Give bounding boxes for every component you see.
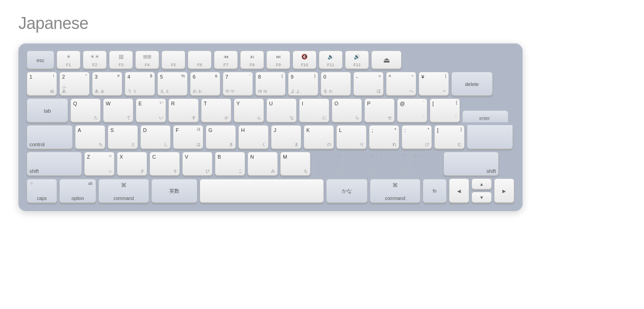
key-v[interactable]: V ひ <box>182 152 213 176</box>
fn-key-row: esc ☀ F1 ☀☀ F2 ⊞ F3 ⊞⊞ F4 F5 F6 ⏮ F7 ⏯ <box>27 51 514 69</box>
key-8[interactable]: 8 ( ゆ ゆ <box>255 72 286 96</box>
key-arrow-down[interactable]: ▼ <box>472 192 492 203</box>
key-arrow-up[interactable]: ▲ <box>472 178 492 189</box>
key-period[interactable]: . > る <box>345 152 376 176</box>
key-bracket-open[interactable]: [ { 「 <box>430 98 460 122</box>
key-j[interactable]: J ま <box>271 125 301 149</box>
key-semicolon[interactable]: ; + れ <box>369 125 399 149</box>
key-caret[interactable]: ^ ~ へ <box>386 72 416 96</box>
key-x[interactable]: X さ <box>117 152 147 176</box>
bottom-key-row: caps alt option ⌘ command 英数 かな ⌘ comman… <box>27 178 514 203</box>
key-caps-lock[interactable]: caps <box>27 179 57 203</box>
key-y[interactable]: Y ん <box>234 98 264 122</box>
key-q[interactable]: Q た <box>70 98 101 122</box>
key-f10[interactable]: 🔇 F10 <box>293 51 316 69</box>
key-0[interactable]: 0 を わ <box>321 72 351 96</box>
key-o[interactable]: O ら <box>332 98 362 122</box>
key-w[interactable]: W て <box>103 98 133 122</box>
key-kana[interactable]: かな <box>326 179 368 203</box>
key-4[interactable]: 4 $ う う <box>125 72 155 96</box>
key-enter[interactable]: enter <box>462 110 508 122</box>
number-key-row: 1 ! ぬ 2 " ふ あ 3 # あ あ <box>27 72 514 96</box>
key-r[interactable]: R す <box>168 98 199 122</box>
key-control[interactable]: control <box>27 125 73 149</box>
key-space[interactable] <box>200 179 324 203</box>
tab-key-row: tab Q た W て E い い R す T か Y ん <box>27 98 514 122</box>
key-1[interactable]: 1 ! ぬ <box>27 72 57 96</box>
key-command-left[interactable]: ⌘ command <box>98 179 149 203</box>
key-u[interactable]: U な <box>266 98 297 122</box>
key-f12[interactable]: 🔊 F12 <box>345 51 369 69</box>
key-eisu[interactable]: 英数 <box>151 179 197 203</box>
key-minus[interactable]: - = ほ <box>353 72 384 96</box>
key-k[interactable]: K の <box>304 125 334 149</box>
key-shift-right[interactable]: shift <box>443 152 499 176</box>
key-comma[interactable]: , < ね <box>313 152 343 176</box>
key-g[interactable]: G き <box>206 125 236 149</box>
key-s[interactable]: S と <box>108 125 138 149</box>
key-l[interactable]: L り <box>336 125 367 149</box>
key-3[interactable]: 3 # あ あ <box>92 72 122 96</box>
keyboard: esc ☀ F1 ☀☀ F2 ⊞ F3 ⊞⊞ F4 F5 F6 ⏮ F7 ⏯ <box>18 43 523 211</box>
key-fn[interactable]: fn <box>423 179 447 203</box>
key-f5[interactable]: F5 <box>161 51 185 69</box>
key-n[interactable]: N み <box>247 152 278 176</box>
key-a[interactable]: A ち <box>75 125 105 149</box>
key-shift-left[interactable]: shift <box>27 152 82 176</box>
key-2[interactable]: 2 " ふ あ <box>59 72 90 96</box>
page-title: Japanese <box>18 14 88 33</box>
key-t[interactable]: T か <box>201 98 231 122</box>
key-delete[interactable]: delete <box>451 72 493 96</box>
key-tab[interactable]: tab <box>27 98 68 122</box>
key-enter-bottom[interactable] <box>467 125 513 149</box>
key-arrow-left[interactable]: ◀ <box>449 178 469 203</box>
key-f7[interactable]: ⏮ F7 <box>214 51 238 69</box>
key-f11[interactable]: 🔉 F11 <box>319 51 343 69</box>
key-d[interactable]: D し <box>140 125 171 149</box>
caps-key-row: control A ち S と D し F は は G き H く <box>27 125 514 149</box>
key-f2[interactable]: ☀☀ F2 <box>83 51 107 69</box>
key-9[interactable]: 9 ) よ よ <box>288 72 318 96</box>
key-h[interactable]: H く <box>238 125 269 149</box>
key-arrow-right[interactable]: ▶ <box>494 178 514 203</box>
key-option-left[interactable]: alt option <box>59 179 96 203</box>
key-5[interactable]: 5 % え え <box>157 72 188 96</box>
key-slash[interactable]: / ? め <box>378 152 408 176</box>
key-f1[interactable]: ☀ F1 <box>57 51 80 69</box>
arrow-cluster: ◀ ▲ ▼ ▶ <box>449 178 514 203</box>
key-at[interactable]: @ ` ゛ <box>397 98 427 122</box>
key-f9[interactable]: ⏭ F9 <box>266 51 290 69</box>
key-f3[interactable]: ⊞ F3 <box>109 51 133 69</box>
key-b[interactable]: B こ <box>215 152 245 176</box>
key-bracket-close[interactable]: ] } む <box>434 125 465 149</box>
key-yen[interactable]: ¥ | ー <box>419 72 449 96</box>
key-e[interactable]: E い い <box>136 98 166 122</box>
key-colon[interactable]: : * け <box>402 125 432 149</box>
key-backslash[interactable]: ろ <box>411 152 441 176</box>
key-eject[interactable]: ⏏ <box>371 51 402 69</box>
key-i[interactable]: I に <box>299 98 329 122</box>
shift-key-row: shift Z っ っ X さ C そ V ひ B こ N み <box>27 152 514 176</box>
key-command-right[interactable]: ⌘ command <box>370 179 420 203</box>
key-6[interactable]: 6 & お お <box>190 72 220 96</box>
key-f4[interactable]: ⊞⊞ F4 <box>135 51 159 69</box>
key-7[interactable]: 7 ' や や <box>223 72 253 96</box>
key-f6[interactable]: F6 <box>188 51 212 69</box>
key-esc[interactable]: esc <box>27 51 54 69</box>
key-z[interactable]: Z っ っ <box>84 152 115 176</box>
key-p[interactable]: P せ <box>364 98 395 122</box>
key-f8[interactable]: ⏯ F8 <box>240 51 264 69</box>
key-m[interactable]: M も <box>280 152 310 176</box>
key-c[interactable]: C そ <box>150 152 180 176</box>
key-f[interactable]: F は は <box>173 125 203 149</box>
